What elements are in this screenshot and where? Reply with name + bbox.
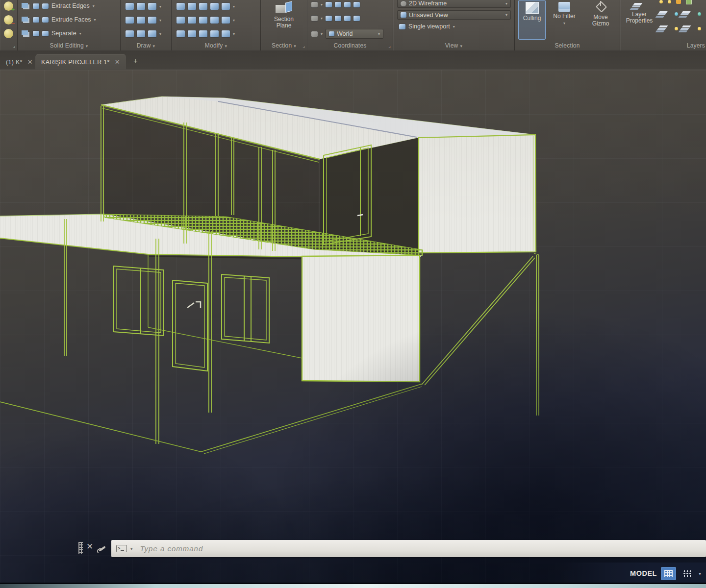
ucs-icon-show-icon[interactable] [311,31,318,37]
layers-panel-label[interactable]: Layers [620,42,706,49]
close-tab-icon[interactable]: ✕ [115,58,120,66]
ucs-2point-icon[interactable] [344,16,351,21]
subtract-solid-icon[interactable] [22,17,28,22]
fillet-icon[interactable] [176,17,185,24]
polyline-icon[interactable] [126,3,134,10]
line-icon[interactable] [137,17,145,24]
solid-editing-panel-label[interactable]: Solid Editing▾ [18,42,120,49]
ucs-named-icon[interactable] [311,16,318,21]
modify-panel-label[interactable]: Modify▾ [172,42,260,49]
layer-on-icon[interactable] [659,0,663,3]
extrude-faces-button[interactable]: Extrude Faces [51,16,91,23]
section-panel-label[interactable]: Section▾ [261,42,307,49]
ucs-icon[interactable] [311,2,318,7]
snap-settings-dropdown-icon[interactable]: ▾ [699,571,701,576]
dropdown-icon[interactable]: ▾ [79,31,81,36]
layer-snowflake-icon[interactable] [698,12,701,16]
ellipse-icon[interactable] [148,30,156,37]
ucs-dropdown[interactable]: World ▾ [326,29,383,39]
command-input[interactable]: Type a command [140,544,203,553]
union-solid-icon[interactable] [22,3,28,8]
offset-icon[interactable] [210,30,219,37]
selection-panel-label[interactable]: Selection [515,42,620,49]
model-space-button[interactable]: MODEL [630,569,657,577]
layer-isolate-icon[interactable] [682,11,691,13]
gizmo-button[interactable]: Move Gizmo [586,0,615,39]
section-plane-button[interactable]: Section Plane [268,0,300,39]
ucs-world-icon[interactable] [326,2,332,7]
spline-fit-icon[interactable] [126,17,134,24]
trim-icon[interactable] [222,3,230,10]
draw-panel-label[interactable]: Draw▾ [121,42,171,49]
snap-mode-toggle[interactable] [680,567,694,580]
rectangle-icon[interactable] [137,30,145,37]
arc-icon[interactable] [148,3,156,10]
separate-icon[interactable] [42,31,49,36]
command-bar[interactable]: > ▾ Type a command [111,540,706,557]
move-icon[interactable] [176,3,185,10]
layer-walk-icon[interactable] [682,25,691,27]
3d-scale-icon[interactable] [188,30,196,37]
3d-move-icon[interactable] [199,3,207,10]
separate-button[interactable]: Separate [51,30,76,37]
layer-unisolate-icon[interactable] [659,25,668,27]
visual-style-dropdown[interactable]: 2D Wireframe ▾ [397,0,511,8]
slice-icon[interactable] [33,3,39,9]
copy-icon[interactable] [210,3,219,10]
ucs-face-icon[interactable] [344,2,351,7]
panel-launcher-icon[interactable]: ⌟ [388,43,391,49]
intersect-solid-icon[interactable] [22,30,28,35]
layer-thaw-icon[interactable] [668,0,671,3]
viewport-config-icon[interactable] [399,24,405,29]
panel-launcher-icon[interactable]: ⌟ [13,43,15,49]
ucs-z-axis-icon[interactable] [335,16,341,21]
3d-rotate-icon[interactable] [188,17,196,24]
spline-icon[interactable] [137,3,145,10]
polygon-icon[interactable] [126,30,134,37]
ucs-3point-icon[interactable] [353,16,360,21]
tab-drawing-1[interactable]: (1) K* ✕ [0,54,39,70]
ucs-object-icon[interactable] [353,2,360,7]
wedge-icon[interactable] [33,31,39,36]
tab-karisik-projeler[interactable]: KARIŞIK PROJELER 1* ✕ [35,54,126,70]
ucs-origin-icon[interactable] [326,16,332,21]
culling-toggle[interactable]: Culling [519,0,545,39]
view-panel-label[interactable]: View▾ [393,42,514,49]
intersect-icon[interactable] [4,29,13,38]
grid-display-toggle[interactable] [661,567,676,580]
shell-icon[interactable] [33,17,39,23]
new-tab-button[interactable]: + [133,56,138,65]
layer-freeze-icon[interactable] [659,11,668,13]
dropdown-icon[interactable]: ▾ [94,18,96,22]
subtract-icon[interactable]: − [4,15,13,24]
layer-bulb-icon[interactable] [675,12,678,16]
panel-launcher-icon[interactable]: ⌟ [303,43,305,49]
layer-vpfreeze-icon[interactable] [698,27,701,30]
layer-properties-button[interactable]: Layer Properties [623,0,656,39]
array-icon[interactable] [222,30,230,37]
command-bar-close-icon[interactable]: ✕ [86,541,93,552]
command-bar-customize-icon[interactable] [97,543,107,553]
ucs-previous-icon[interactable] [335,2,341,7]
union-icon[interactable]: + [4,1,13,11]
command-history-icon[interactable]: ▾ [130,546,133,551]
command-bar-grip[interactable] [78,542,83,554]
close-tab-icon[interactable]: ✕ [27,58,33,66]
command-prompt-icon[interactable]: > [116,545,127,552]
mirror-icon[interactable] [210,17,219,24]
chamfer-icon[interactable] [222,17,230,24]
coordinates-panel-label[interactable]: Coordinates [307,42,393,49]
3d-align-icon[interactable] [188,3,196,10]
filter-button[interactable]: No Filter ▾ [549,0,580,39]
extract-edges-button[interactable]: Extract Edges [51,2,90,9]
scale-icon[interactable] [199,30,207,37]
layer-lock-icon[interactable] [676,0,681,4]
extrude-faces-icon[interactable] [42,17,49,23]
erase-icon[interactable] [176,30,185,37]
layer-match-icon[interactable] [675,27,678,30]
layer-color-icon[interactable] [686,0,692,4]
viewport-config-button[interactable]: Single viewport [408,23,450,30]
circle-icon[interactable] [148,17,156,24]
drawing-viewport[interactable] [0,70,706,584]
dropdown-icon[interactable]: ▾ [93,4,95,8]
